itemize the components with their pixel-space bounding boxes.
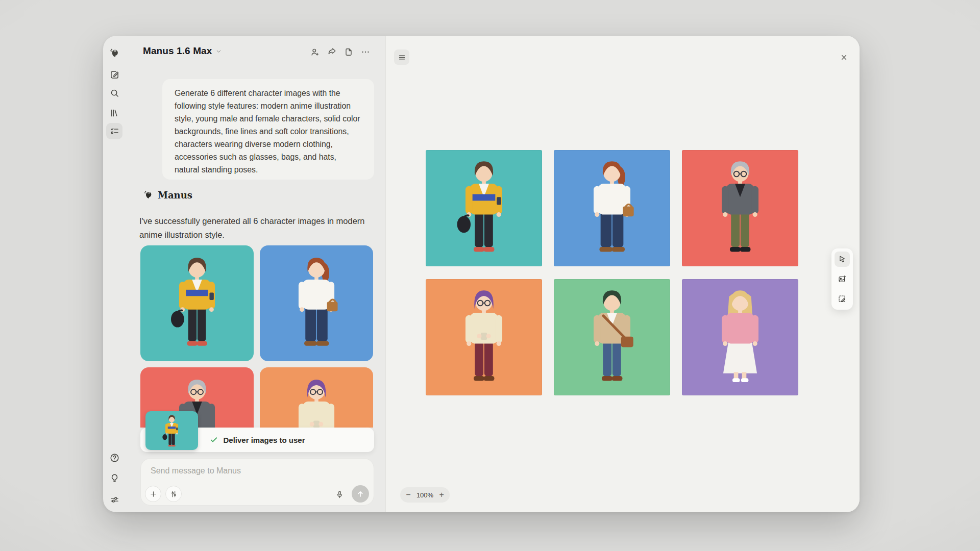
manus-logo-icon bbox=[142, 189, 154, 201]
chevron-down-icon bbox=[215, 48, 222, 55]
check-icon bbox=[209, 435, 218, 444]
search-icon[interactable] bbox=[106, 85, 122, 101]
preferences-icon[interactable] bbox=[106, 491, 122, 508]
canvas-image-grid bbox=[426, 150, 798, 395]
canvas-image-6[interactable] bbox=[682, 279, 798, 395]
chat-image-1[interactable] bbox=[140, 245, 254, 361]
library-icon[interactable] bbox=[106, 105, 122, 121]
generate-image-icon[interactable] bbox=[835, 271, 850, 287]
more-icon[interactable] bbox=[359, 45, 372, 59]
share-icon[interactable] bbox=[325, 45, 338, 59]
canvas-image-2[interactable] bbox=[554, 150, 670, 266]
help-icon[interactable] bbox=[106, 449, 122, 466]
chat-header-actions bbox=[308, 45, 372, 59]
tools-button[interactable] bbox=[165, 486, 182, 502]
delivered-image-thumbnail[interactable] bbox=[145, 411, 198, 450]
new-task-icon[interactable] bbox=[106, 66, 122, 83]
menu-icon[interactable] bbox=[394, 49, 409, 65]
arrow-up-icon bbox=[356, 489, 365, 498]
user-prompt-bubble: Generate 6 different character images wi… bbox=[162, 79, 374, 180]
assistant-name: Manus bbox=[158, 190, 192, 201]
zoom-in-button[interactable]: + bbox=[438, 491, 445, 499]
open-file-icon[interactable] bbox=[342, 45, 355, 59]
chat-image-grid bbox=[140, 245, 374, 428]
message-input[interactable] bbox=[151, 465, 334, 477]
tasks-icon[interactable] bbox=[106, 123, 122, 139]
zoom-control: − 100% + bbox=[400, 487, 450, 503]
edit-image-icon[interactable] bbox=[835, 291, 850, 307]
tool-status-label: Deliver images to user bbox=[223, 436, 305, 444]
manus-app-window: Manus 1.6 Max bbox=[103, 36, 860, 512]
canvas-toolbar bbox=[831, 248, 853, 310]
canvas-image-4[interactable] bbox=[426, 279, 542, 395]
canvas-panel: − 100% + bbox=[385, 36, 860, 512]
mic-icon[interactable] bbox=[333, 488, 346, 501]
message-composer bbox=[140, 458, 374, 506]
zoom-level: 100% bbox=[416, 491, 433, 499]
assistant-header: Manus bbox=[142, 189, 192, 201]
session-title: Manus 1.6 Max bbox=[143, 45, 212, 57]
zoom-out-button[interactable]: − bbox=[405, 491, 412, 499]
close-icon[interactable] bbox=[837, 50, 851, 64]
canvas-image-5[interactable] bbox=[554, 279, 670, 395]
select-cursor-icon[interactable] bbox=[835, 252, 850, 267]
invite-user-icon[interactable] bbox=[308, 45, 322, 59]
canvas-image-3[interactable] bbox=[682, 150, 798, 266]
chat-image-4[interactable] bbox=[260, 367, 373, 428]
session-title-dropdown[interactable]: Manus 1.6 Max bbox=[143, 45, 222, 57]
attach-button[interactable] bbox=[145, 486, 161, 502]
canvas-image-1[interactable] bbox=[426, 150, 542, 266]
manus-logo-icon[interactable] bbox=[106, 45, 122, 61]
assistant-message: I've successfully generated all 6 charac… bbox=[139, 214, 383, 242]
send-button[interactable] bbox=[352, 485, 369, 503]
chat-image-2[interactable] bbox=[260, 245, 373, 361]
ideas-icon[interactable] bbox=[106, 470, 122, 486]
